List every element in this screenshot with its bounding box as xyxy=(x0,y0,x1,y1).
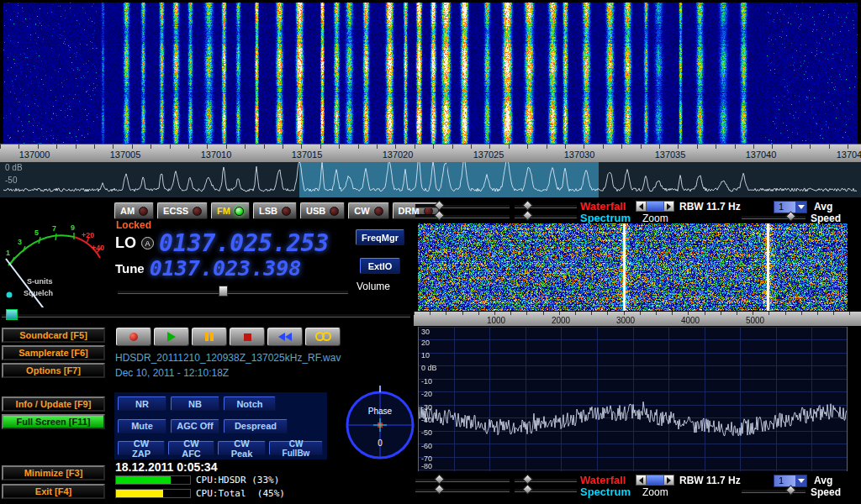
fullscreen-button[interactable]: Full Screen [F11] xyxy=(2,414,105,429)
speed-label: Speed xyxy=(811,213,841,224)
options-button[interactable]: Options [F7] xyxy=(2,363,105,378)
mode-button-ecss[interactable]: ECSS xyxy=(157,202,208,219)
mode-button-am[interactable]: AM xyxy=(114,202,154,219)
stop-button[interactable] xyxy=(230,328,265,346)
freq-tick: 137020 xyxy=(383,150,414,160)
tune-frequency-value[interactable]: 0137.023.398 xyxy=(150,256,302,281)
info-update-button[interactable]: Info / Update [F9] xyxy=(2,396,105,412)
loop-button[interactable] xyxy=(305,328,341,346)
minimize-button[interactable]: Minimize [F3] xyxy=(2,465,105,480)
record-button[interactable] xyxy=(116,328,151,346)
slider-thumb[interactable] xyxy=(434,200,445,211)
waterfall-brightness-slider[interactable] xyxy=(415,200,510,210)
main-waterfall-display[interactable] xyxy=(3,3,858,144)
notch-button[interactable]: Notch xyxy=(224,396,276,411)
loop-icon xyxy=(315,329,331,344)
nr-button[interactable]: NR xyxy=(118,396,166,411)
slider-thumb[interactable] xyxy=(434,484,445,495)
speed-slider[interactable] xyxy=(742,211,806,221)
spectrum-brightness-slider[interactable] xyxy=(415,484,510,494)
speed-slider[interactable] xyxy=(742,485,806,495)
mode-led-icon xyxy=(235,207,244,216)
zoom-left-button[interactable] xyxy=(636,475,647,486)
rewind-button[interactable] xyxy=(267,328,303,346)
waterfall-label[interactable]: Waterfall xyxy=(580,474,626,486)
spectrum-label[interactable]: Spectrum xyxy=(580,212,631,224)
mode-button-row: AM ECSS FM LSB USB CW DRM xyxy=(114,202,439,219)
squelch-marker-icon[interactable] xyxy=(7,292,13,298)
slider-thumb[interactable] xyxy=(522,474,533,485)
main-spectrum-display[interactable]: 0 dB -50 xyxy=(0,162,861,197)
cw-zap-button[interactable]: CW ZAP xyxy=(118,441,165,455)
zoom-scrollbar[interactable] xyxy=(636,201,674,212)
pause-button[interactable] xyxy=(192,328,227,346)
play-button[interactable] xyxy=(154,328,189,346)
zoom-waterfall-canvas[interactable] xyxy=(418,223,848,311)
despread-button[interactable]: Despread xyxy=(224,419,288,433)
axis-tick: 4000 xyxy=(681,316,700,325)
mode-label: ECSS xyxy=(163,206,188,216)
squelch-slider[interactable] xyxy=(2,309,410,319)
main-spectrum-canvas[interactable] xyxy=(3,162,858,197)
smeter-tick-9: 9 xyxy=(71,223,75,232)
slider-thumb[interactable] xyxy=(785,485,796,496)
slider-thumb[interactable] xyxy=(434,210,445,221)
nb-button[interactable]: NB xyxy=(171,396,219,411)
right-arrow-icon xyxy=(667,203,671,210)
zoom-right-button[interactable] xyxy=(663,475,674,486)
waterfall-contrast-slider[interactable] xyxy=(515,200,577,210)
main-waterfall-canvas[interactable] xyxy=(3,3,858,144)
zoom-frequency-axis[interactable]: 1000 2000 3000 4000 5000 xyxy=(414,312,861,326)
slider-thumb[interactable] xyxy=(434,474,445,485)
lo-frequency-value[interactable]: 0137.025.253 xyxy=(159,229,329,257)
rbw-label: RBW 11.7 Hz xyxy=(679,475,741,486)
zoom-track[interactable] xyxy=(647,201,663,212)
zoom-track[interactable] xyxy=(647,475,663,486)
datetime-display: 18.12.2011 0:05:34 xyxy=(115,460,217,474)
cpu-total-bar xyxy=(115,489,191,498)
mute-button[interactable]: Mute xyxy=(118,419,166,433)
zoom-left-button[interactable] xyxy=(636,201,647,212)
squelch-slider-thumb[interactable] xyxy=(6,309,18,320)
rbw-label: RBW 11.7 Hz xyxy=(679,201,741,213)
spectrum-contrast-slider[interactable] xyxy=(515,210,577,220)
zoom-spectrum-display[interactable]: 30 20 10 0 dB -10 -20 -30 -40 -50 -60 -7… xyxy=(418,327,848,471)
phase-scope: Phase 0 xyxy=(341,379,419,468)
exit-button[interactable]: Exit [F4] xyxy=(2,484,105,499)
mode-button-fm[interactable]: FM xyxy=(211,202,250,219)
frequency-scale[interactable]: 137000 137005 137010 137015 137020 13702… xyxy=(0,144,861,162)
zoom-right-button[interactable] xyxy=(663,201,674,212)
volume-slider-thumb[interactable] xyxy=(219,286,228,297)
samplerate-button[interactable]: Samplerate [F6] xyxy=(2,345,105,360)
mode-button-usb[interactable]: USB xyxy=(300,202,345,219)
mode-button-lsb[interactable]: LSB xyxy=(253,202,297,219)
s-meter: 1 3 5 7 9 +20 +40 S-units Squelch xyxy=(2,212,113,307)
zoom-display-controls-top: Waterfall Spectrum RBW 11.7 Hz Zoom 1 Av… xyxy=(414,200,861,223)
zoom-waterfall-display[interactable] xyxy=(418,223,848,311)
extio-button[interactable]: ExtIO xyxy=(360,258,400,274)
cpu-total-meter: CPU:Total (45%) xyxy=(115,488,285,499)
volume-slider[interactable] xyxy=(118,286,348,296)
cw-fullbw-button[interactable]: CW FullBw xyxy=(269,441,323,455)
cw-peak-button[interactable]: CW Peak xyxy=(218,441,266,455)
spectrum-contrast-slider[interactable] xyxy=(515,484,577,494)
slider-thumb[interactable] xyxy=(522,200,533,211)
waterfall-label[interactable]: Waterfall xyxy=(580,200,626,213)
slider-groove xyxy=(2,313,410,318)
soundcard-button[interactable]: Soundcard [F5] xyxy=(2,328,105,343)
rx-channel-badge[interactable]: A xyxy=(141,237,154,249)
zoom-scrollbar[interactable] xyxy=(636,475,674,486)
freqmgr-button[interactable]: FreqMgr xyxy=(356,229,404,245)
spectrum-label[interactable]: Spectrum xyxy=(580,486,631,498)
cpu-hdsdr-bar xyxy=(115,475,191,485)
spectrum-brightness-slider[interactable] xyxy=(415,210,510,220)
zoom-spectrum-canvas[interactable] xyxy=(418,327,848,471)
slider-thumb[interactable] xyxy=(522,484,533,495)
slider-thumb[interactable] xyxy=(522,210,533,221)
slider-thumb[interactable] xyxy=(785,211,796,222)
waterfall-contrast-slider[interactable] xyxy=(515,474,577,484)
agc-off-button[interactable]: AGC Off xyxy=(171,419,219,433)
mode-button-cw[interactable]: CW xyxy=(348,202,388,219)
waterfall-brightness-slider[interactable] xyxy=(415,474,510,484)
cw-afc-button[interactable]: CW AFC xyxy=(168,441,214,455)
